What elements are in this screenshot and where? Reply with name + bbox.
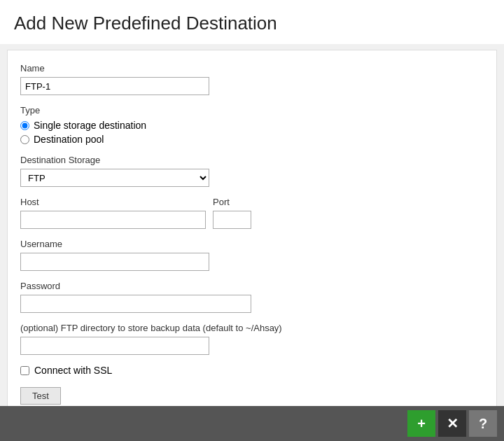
destination-storage-select[interactable]: FTP SFTP S3 Local xyxy=(20,169,209,187)
password-field-group: Password xyxy=(20,281,484,313)
bottom-bar: + ✕ ? xyxy=(0,406,504,441)
radio-destination-pool[interactable]: Destination pool xyxy=(20,134,484,145)
host-label: Host xyxy=(20,197,206,207)
radio-single-input[interactable] xyxy=(20,121,29,130)
page-title: Add New Predefined Destination xyxy=(0,0,504,44)
port-label: Port xyxy=(213,197,251,207)
host-port-row: Host Port xyxy=(20,197,484,229)
type-group: Type Single storage destination Destinat… xyxy=(20,105,484,145)
ftp-dir-field-group: (optional) FTP directory to store backup… xyxy=(20,323,484,355)
name-field-group: Name xyxy=(20,63,484,95)
add-button[interactable]: + xyxy=(407,410,435,437)
ftp-dir-label: (optional) FTP directory to store backup… xyxy=(20,323,484,333)
password-label: Password xyxy=(20,281,484,291)
radio-single-label: Single storage destination xyxy=(34,120,146,131)
form-container: Name Type Single storage destination Des… xyxy=(7,50,497,418)
close-button[interactable]: ✕ xyxy=(438,410,466,437)
name-input[interactable] xyxy=(20,77,209,95)
radio-pool-input[interactable] xyxy=(20,135,29,144)
help-button[interactable]: ? xyxy=(469,410,497,437)
test-button[interactable]: Test xyxy=(20,387,61,405)
radio-pool-label: Destination pool xyxy=(34,134,104,145)
type-label: Type xyxy=(20,105,484,115)
ftp-dir-input[interactable] xyxy=(20,337,209,355)
host-group: Host xyxy=(20,197,206,229)
destination-storage-label: Destination Storage xyxy=(20,155,484,165)
port-input[interactable] xyxy=(213,211,251,229)
port-group: Port xyxy=(213,197,251,229)
ssl-checkbox[interactable] xyxy=(20,366,29,375)
ssl-row[interactable]: Connect with SSL xyxy=(20,365,484,376)
password-input[interactable] xyxy=(20,295,251,313)
username-label: Username xyxy=(20,239,484,249)
radio-single-storage[interactable]: Single storage destination xyxy=(20,120,484,131)
destination-storage-group: Destination Storage FTP SFTP S3 Local xyxy=(20,155,484,187)
name-label: Name xyxy=(20,63,484,74)
ssl-label: Connect with SSL xyxy=(34,365,112,376)
host-input[interactable] xyxy=(20,211,206,229)
username-field-group: Username xyxy=(20,239,484,271)
username-input[interactable] xyxy=(20,253,209,271)
